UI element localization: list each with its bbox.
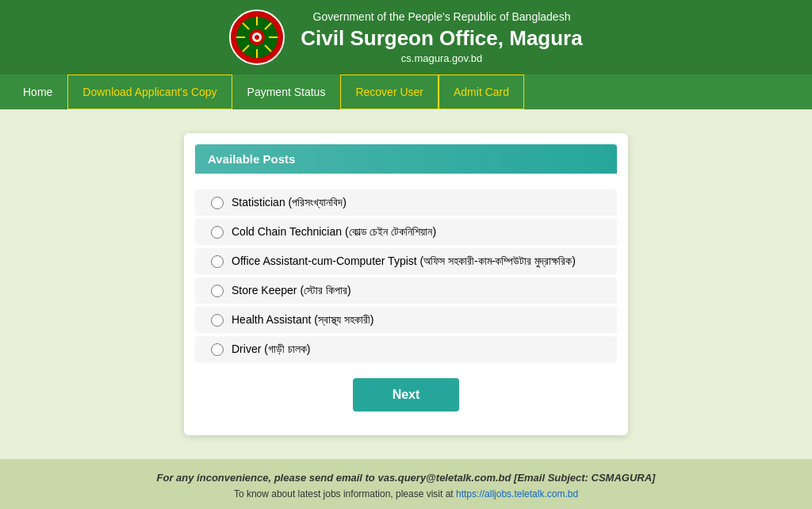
form-card-header: Available Posts [195,144,617,174]
svg-point-13 [255,35,259,40]
main-navbar: Home Download Applicant's Copy Payment S… [0,75,812,109]
footer-email-notice: For any inconvenience, please send email… [16,472,796,484]
footer-jobs-notice: To know about latest jobs information, p… [16,488,796,499]
next-button[interactable]: Next [353,378,460,411]
footer-jobs-link[interactable]: https://alljobs.teletalk.com.bd [456,488,578,499]
office-title: Civil Surgeon Office, Magura [301,26,582,51]
nav-recover-user[interactable]: Recover User [340,75,439,109]
radio-statistician[interactable] [211,197,224,209]
post-option-cold-chain[interactable]: Cold Chain Technician (কোল্ড চেইন টেকনিশ… [195,219,617,245]
radio-driver[interactable] [211,343,224,356]
site-header: ★ Government of the People's Republic of… [0,0,812,75]
label-office-assistant: Office Assistant-cum-Computer Typist (অফ… [232,254,576,268]
label-store-keeper: Store Keeper (স্টোর কিপার) [232,284,351,297]
post-option-health-assistant[interactable]: Health Assistant (স্বাস্থ্য সহকারী) [195,307,617,333]
website-url: cs.magura.gov.bd [301,52,582,64]
main-content: Available Posts Statistician (পরিসংখ্যান… [0,109,812,459]
post-option-office-assistant[interactable]: Office Assistant-cum-Computer Typist (অফ… [195,248,617,274]
label-driver: Driver (গাড়ী চালক) [232,343,310,356]
govt-logo: ★ [229,10,285,65]
nav-download-applicant[interactable]: Download Applicant's Copy [67,75,232,109]
label-cold-chain: Cold Chain Technician (কোল্ড চেইন টেকনিশ… [232,225,436,239]
post-option-store-keeper[interactable]: Store Keeper (স্টোর কিপার) [195,277,617,304]
radio-store-keeper[interactable] [211,285,224,297]
radio-cold-chain[interactable] [211,226,224,239]
nav-payment-status[interactable]: Payment Status [232,75,341,109]
available-posts-card: Available Posts Statistician (পরিসংখ্যান… [184,133,628,435]
nav-home[interactable]: Home [8,75,67,109]
radio-office-assistant[interactable] [211,255,224,268]
radio-health-assistant[interactable] [211,314,224,327]
label-statistician: Statistician (পরিসংখ্যানবিদ) [232,196,347,209]
post-option-driver[interactable]: Driver (গাড়ী চালক) [195,336,617,362]
label-health-assistant: Health Assistant (স্বাস্থ্য সহকারী) [232,313,374,327]
site-footer: For any inconvenience, please send email… [0,459,812,509]
govt-title: Government of the People's Republic of B… [301,10,582,23]
nav-admit-card[interactable]: Admit Card [439,75,524,109]
header-text-block: Government of the People's Republic of B… [301,10,582,64]
post-option-statistician[interactable]: Statistician (পরিসংখ্যানবিদ) [195,189,617,216]
